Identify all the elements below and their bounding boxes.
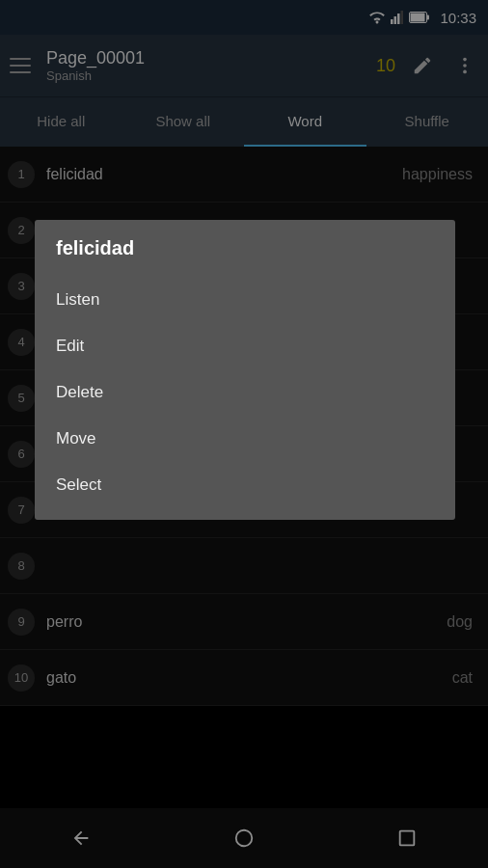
context-menu: felicidad Listen Edit Delete Move Select xyxy=(35,220,455,520)
context-menu-title: felicidad xyxy=(35,237,455,277)
context-menu-delete[interactable]: Delete xyxy=(35,369,455,416)
context-menu-select[interactable]: Select xyxy=(35,462,455,508)
context-menu-edit[interactable]: Edit xyxy=(35,323,455,369)
context-menu-listen[interactable]: Listen xyxy=(35,277,455,323)
context-menu-move[interactable]: Move xyxy=(35,416,455,462)
